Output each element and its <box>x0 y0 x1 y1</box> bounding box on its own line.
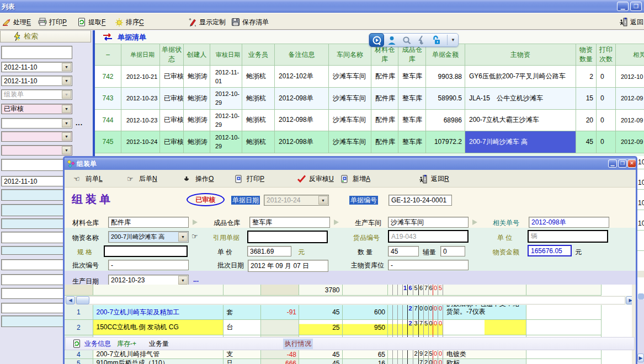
search-button[interactable] <box>399 33 414 47</box>
search-field-5[interactable]: 已审核▼ <box>1 104 72 114</box>
dropdown-arrow-icon[interactable]: ▼ <box>62 63 71 71</box>
table-cell[interactable]: 2012-09 <box>616 131 644 153</box>
table-cell[interactable]: 2012-10-29 <box>210 88 242 110</box>
detail-cell[interactable]: 1 <box>65 305 93 320</box>
detail-cell[interactable]: 套 <box>223 305 262 320</box>
location-input[interactable]: - <box>388 260 469 270</box>
toolbar-button-5[interactable]: 显示定制 <box>188 17 226 27</box>
table-cell[interactable]: 15 <box>576 88 597 110</box>
dropdown-arrow-icon[interactable]: ▼ <box>62 105 71 113</box>
search-field-14[interactable] <box>1 232 72 243</box>
detail-cell[interactable]: 150CC立机电.倒 发动机 CG <box>93 320 223 335</box>
detail-cell[interactable] <box>526 285 602 296</box>
detail-cell[interactable]: 950 <box>343 320 388 335</box>
aux-input[interactable]: 0 <box>440 246 465 256</box>
table-cell[interactable]: 鲍浙杭 <box>242 66 275 88</box>
table-cell[interactable]: GY6压低款200-7平叉川崎公路车 <box>465 66 576 88</box>
search-field-16[interactable] <box>1 259 72 270</box>
table-cell[interactable]: 沙滩车车间 <box>329 110 371 132</box>
table-cell[interactable]: 配件库 <box>371 131 398 153</box>
toolbar-button-4[interactable]: 排序C <box>115 17 144 27</box>
detail-cell[interactable]: 支 <box>223 350 262 359</box>
search-field-13[interactable] <box>1 218 72 229</box>
user-button[interactable] <box>384 33 399 47</box>
column-header[interactable]: 单据状态 <box>160 44 184 66</box>
price-input[interactable]: 3681.69 <box>247 246 291 256</box>
dropdown-arrow-icon[interactable]: ▼ <box>178 276 188 285</box>
return-button[interactable]: 返回 <box>619 17 643 27</box>
toolbar-button-1[interactable]: 处理E <box>2 17 31 27</box>
search-header[interactable]: 检索 <box>0 30 91 42</box>
table-cell[interactable]: 0 <box>597 131 616 153</box>
table-cell[interactable]: 沙滩车车间 <box>329 66 371 88</box>
column-header[interactable]: 业务员 <box>242 44 275 66</box>
dialog-minimize-button[interactable]: ▁ <box>608 159 617 168</box>
detail-cell[interactable]: 666 <box>261 359 299 364</box>
item-name-select[interactable]: 200-7川崎沙滩车 高▼ <box>108 231 189 243</box>
detail-cell[interactable] <box>65 285 93 296</box>
search-field-6[interactable]: ▼ <box>1 118 72 129</box>
detail-cell[interactable]: 45 <box>299 359 343 364</box>
table-cell[interactable]: 鲍浙杭 <box>242 88 275 110</box>
table-cell[interactable]: 鲍浙杭 <box>242 131 275 153</box>
detail-cell[interactable]: 200-7立机川崎车架及精加工 <box>93 305 223 320</box>
dropdown-arrow-icon[interactable]: ▼ <box>62 119 71 127</box>
table-cell[interactable]: 鲍浙涛 <box>184 66 210 88</box>
table-cell[interactable]: 配件库 <box>371 88 398 110</box>
search-field-2[interactable]: 2012-11-10▼ <box>1 62 72 72</box>
detail-cell[interactable]: 200-7立机川崎排气管 <box>93 350 223 359</box>
dropdown-arrow-icon[interactable]: ▼ <box>62 146 71 154</box>
detail-cell[interactable]: 电镀类 <box>443 350 526 359</box>
bottom-bar-tab-3[interactable]: 业务量 <box>149 339 169 349</box>
search-field-4[interactable]: 组装单▼ <box>1 89 72 100</box>
minimize-button[interactable]: ▁ <box>617 2 629 11</box>
more-options-dots[interactable]: ... <box>193 276 199 283</box>
table-cell[interactable]: 2012-10-23 <box>121 88 160 110</box>
table-cell[interactable]: 已审核 <box>160 110 184 132</box>
search-field-15[interactable] <box>1 246 72 255</box>
column-header[interactable]: 创建人 <box>184 44 210 66</box>
dropdown-arrow-icon[interactable]: ▼ <box>318 196 328 205</box>
search-field-8[interactable]: ▼ <box>1 145 72 156</box>
dialog-close-button[interactable]: ✕ <box>627 159 636 168</box>
search-field-12[interactable] <box>1 204 72 216</box>
table-cell[interactable]: 200-7立机大霸王沙滩车 <box>465 110 576 132</box>
search-field-1[interactable] <box>1 46 72 59</box>
bottom-bar-tab-2[interactable]: 库存-+ <box>117 339 136 349</box>
column-header[interactable]: – <box>95 44 121 66</box>
detail-cell[interactable]: -91 <box>261 305 299 320</box>
table-cell[interactable]: 鲍浙涛 <box>184 88 210 110</box>
table-cell[interactable]: 已审核 <box>160 66 184 88</box>
table-cell[interactable]: 107972.2 <box>426 131 465 153</box>
search-field-7[interactable]: ▼ <box>1 131 72 142</box>
dialog-toolbar-button-5[interactable]: 反审核U <box>297 174 334 184</box>
ref-doc-input[interactable] <box>247 231 328 243</box>
table-cell[interactable]: 沙滩车车间 <box>329 131 371 153</box>
workshop-input[interactable]: 沙滩车车间 <box>388 217 469 228</box>
bottom-bar-tab-1[interactable]: 业务信息 <box>84 339 111 349</box>
table-cell[interactable]: 742 <box>95 66 121 88</box>
detail-cell[interactable]: 2 <box>65 320 93 335</box>
detail-cell[interactable]: 45 <box>299 350 343 359</box>
table-cell[interactable]: 58990.5 <box>426 88 465 110</box>
column-header[interactable]: 材料仓库 <box>371 44 398 66</box>
detail-cell[interactable] <box>526 320 602 335</box>
table-cell[interactable]: 2012-10-29 <box>210 110 242 132</box>
detail-cell[interactable] <box>223 285 262 296</box>
table-cell[interactable]: 鲍浙涛 <box>184 131 210 153</box>
toolbar-button-3[interactable]: 提取F <box>77 17 105 27</box>
qty-input[interactable]: 45 <box>388 246 419 256</box>
table-cell[interactable]: 整车库 <box>398 66 426 88</box>
table-cell[interactable]: 2012-10-29 <box>210 131 242 153</box>
column-header[interactable]: 物资数量 <box>576 44 597 66</box>
column-header[interactable]: 车间名称 <box>329 44 371 66</box>
bottom-bar-tab-4[interactable]: 执行情况 <box>283 339 313 349</box>
batch-date-input[interactable]: 2012 年 09 月 07 日 <box>248 260 328 272</box>
detail-cell[interactable] <box>443 320 526 335</box>
column-header[interactable]: 备注信息 <box>275 44 329 66</box>
table-cell[interactable]: 已审核 <box>160 88 184 110</box>
detail-cell[interactable]: 的数后标：包适中支：结货架。-7仪表 <box>443 305 526 320</box>
table-cell[interactable]: 0 <box>597 110 616 132</box>
detail-cell[interactable]: 600 <box>343 305 388 320</box>
dropdown-arrow-icon[interactable]: ▼ <box>62 77 71 85</box>
